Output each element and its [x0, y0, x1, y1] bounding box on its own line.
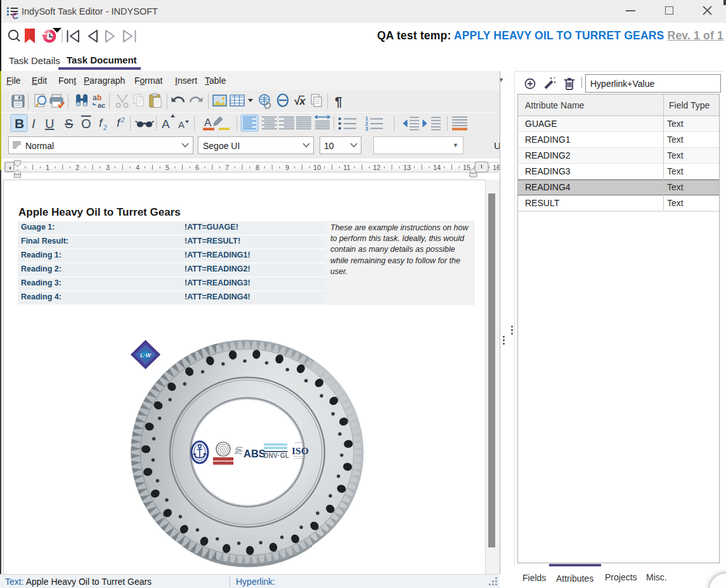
- svg-text:ISO: ISO: [292, 445, 309, 456]
- svg-text:DNV·GL: DNV·GL: [264, 452, 289, 459]
- svg-text:ABS: ABS: [243, 448, 266, 459]
- svg-text:L·W: L·W: [140, 352, 152, 358]
